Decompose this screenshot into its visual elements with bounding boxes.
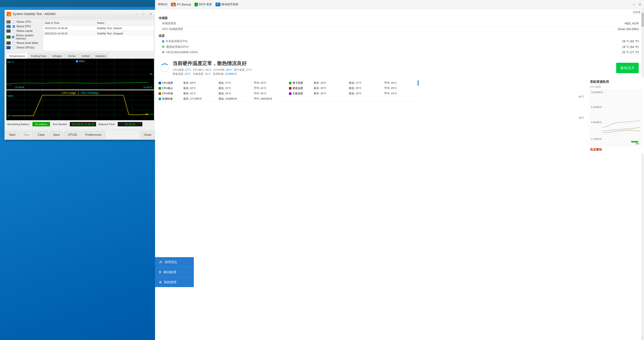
stress-memory-checkbox[interactable] [12, 36, 14, 38]
scatter-heat-button[interactable]: 散热压力 [616, 63, 639, 73]
stats-avg-6: 平均: 15°C [384, 91, 419, 96]
tab-clocks[interactable]: Clocks [65, 53, 78, 58]
usage-chart-title: CPU Usage | CPU Throttling [62, 91, 98, 94]
stop-button[interactable]: Stop [20, 132, 33, 138]
log-row-1: 2021/3/19 10:38:48 Stability Test: Start… [43, 26, 154, 31]
status-bar: Remaining Battery: No battery Test Start… [6, 120, 154, 128]
stats-avg-1: 平均: 42°C [253, 80, 288, 86]
stats-row-4-name: 显卡温度 [288, 80, 313, 86]
sensor-name-1: 传感器类型 [158, 21, 400, 26]
battery-label: Remaining Battery: [8, 123, 30, 126]
usage-pct: 3% [145, 113, 149, 116]
close-window-button[interactable]: ✕ [147, 12, 154, 16]
stats-name-2: CPU核心 [162, 86, 173, 90]
scrollbar-right[interactable] [418, 80, 419, 86]
mb-temp-val: 15°C [205, 72, 211, 75]
side-nav-recommend[interactable]: 🖥 装机推荐 [155, 277, 194, 287]
tab-cooling-fans[interactable]: Cooling Fans [28, 53, 49, 58]
hardware-temps-line1: CPU温度: 27°C CPU核心: 28°C CPU封装: 28°C 显卡温度… [173, 68, 616, 72]
stress-cache-row: Stress cache [6, 29, 41, 33]
recommend-label: 装机推荐 [164, 280, 176, 284]
title-bar: 🔥 System Stability Test - AIDA64 ─ □ ✕ [4, 10, 156, 18]
sensor-row-2: GPU 传感器类型 Driver (NV-DRV) [158, 26, 640, 32]
scroll-down-icon[interactable]: ↓ [641, 336, 644, 339]
temp-name-1: 中央处理器(CPU) [166, 40, 188, 43]
stress-cache-checkbox[interactable] [13, 30, 15, 32]
help-menu[interactable]: 帮助(H) [158, 3, 168, 6]
sensor-section-title: 传感器 [158, 15, 640, 21]
stress-gpu-checkbox[interactable] [13, 46, 15, 49]
tab-temperatures[interactable]: Temperatures [6, 53, 28, 59]
temp-name-3: HFS128G3AMNB-2200A [166, 51, 198, 54]
driver-update-btn[interactable]: 🔍 驱动程序更新 [216, 3, 238, 6]
preferences-button[interactable]: Preferences [82, 132, 105, 138]
stress-disk-label: Stress local disks [16, 42, 38, 44]
temp-axis-60: 60°C [579, 95, 584, 98]
resource-title: 系统资源耗用 [590, 80, 642, 84]
aida-content: Stress CPU Stress FPU Stress cache [4, 18, 156, 130]
stats-empty [288, 96, 419, 102]
scrollbar-thumb[interactable] [642, 13, 644, 27]
minimize-btn-right[interactable]: ─ [633, 3, 635, 6]
save-button[interactable]: Save [50, 132, 63, 138]
cpu-chart-checkbox[interactable] [76, 60, 78, 62]
cpu-checkbox-label: CPU [76, 60, 84, 63]
fpu-icon [6, 25, 11, 28]
driver-label: 驱动程序更新 [222, 3, 238, 6]
temp-table: 中央处理器(CPU) 28 °C (82 °F) 图形处理器(GPU) 18 °… [158, 38, 640, 55]
pc-backup-btn[interactable]: 💾 PC Backup [171, 3, 191, 6]
cpu-chart-label: CPU [79, 60, 84, 63]
stats-name-6: 主板温度 [292, 92, 303, 95]
stress-gpu-row: Stress GPU(s) [6, 46, 41, 49]
stats-min-4: 最低: 17°C [348, 80, 384, 86]
cpu-usage-label: CPU使用 [590, 85, 642, 89]
status-indicator [160, 64, 169, 72]
close-button[interactable]: Close [140, 132, 155, 138]
button-bar: Start Stop Clear Save CPUID Preferences … [4, 130, 156, 140]
stress-cpu-checkbox[interactable] [13, 21, 15, 23]
stats-name-1: CPU温度 [162, 81, 173, 84]
tab-unified[interactable]: Unified [79, 53, 92, 58]
recommend-icon: 🖥 [158, 280, 162, 284]
side-nav-driver[interactable]: ⚙ 驱动检测 [155, 267, 194, 277]
tab-statistics[interactable]: Statistics [92, 53, 108, 58]
stats-row-7-name: 风扇转速 [158, 96, 182, 102]
stress-fpu-checkbox[interactable] [13, 26, 15, 28]
driver-icon: 🔍 [216, 3, 220, 6]
start-button[interactable]: Start [6, 132, 19, 138]
test-started-value: 2021/3/19 10:38:48 [70, 122, 96, 126]
stats-name-7: 风扇转速 [162, 97, 173, 100]
cpu-core-val: 28°C [206, 68, 212, 71]
temp-value-3: 25 °C (77 °F) [477, 50, 640, 55]
sensor-table: 传感器类型 HDD, ACPI GPU 传感器类型 Driver (NV-DRV… [158, 21, 640, 32]
sensor-value-1: HDD, ACPI [400, 21, 640, 26]
stress-fpu-label: Stress FPU [16, 25, 31, 28]
hardware-status-title: 当前硬件温度正常，散热情况良好 [173, 60, 616, 67]
stats-min-1: 最低: 27°C [218, 80, 253, 86]
temperature-chart: CPU 100 °C 0 °C 10:38:48 10:40:52 28 [6, 59, 154, 90]
stats-max-5: 最高: 25°C [313, 86, 348, 91]
temp-row-3: HFS128G3AMNB-2200A 25 °C (77 °F) [158, 50, 640, 55]
side-nav-clean[interactable]: ✨ 清理优化 [155, 257, 194, 267]
tab-voltages[interactable]: Voltages [49, 53, 65, 58]
minimize-button[interactable]: ─ [133, 12, 140, 16]
pipe-separator: | [78, 91, 79, 94]
stress-gpu-label: Stress GPU(s) [16, 46, 34, 49]
side-nav: ✨ 清理优化 ⚙ 驱动检测 🖥 装机推荐 [155, 257, 194, 287]
temp-indicator-1 [162, 40, 164, 42]
temp-row-2: 图形处理器(GPU) 18 °C (64 °F) [158, 44, 640, 50]
close-btn-right[interactable]: ✕ [638, 3, 641, 6]
window-title: System Stability Test - AIDA64 [13, 12, 56, 16]
sensor-table-container: 当前值 传感器 传感器类型 HDD, ACPI GPU 传感器类型 Driver… [155, 9, 644, 55]
maximize-button[interactable]: □ [140, 12, 146, 16]
cpuid-button[interactable]: CPUID [64, 132, 80, 138]
bios-btn[interactable]: ↓ BIOS 更新 [194, 3, 212, 6]
stress-disk-checkbox[interactable] [13, 42, 15, 44]
cpu-icon [6, 20, 11, 24]
clear-button[interactable]: Clear [34, 132, 48, 138]
temp-value-2: 18 °C (64 °F) [477, 44, 640, 50]
usage-pct2: 0% [150, 113, 153, 116]
current-value-header: 当前值 [158, 9, 640, 15]
stress-cache-label: Stress cache [16, 30, 32, 32]
app-icon: 🔥 [7, 12, 11, 16]
